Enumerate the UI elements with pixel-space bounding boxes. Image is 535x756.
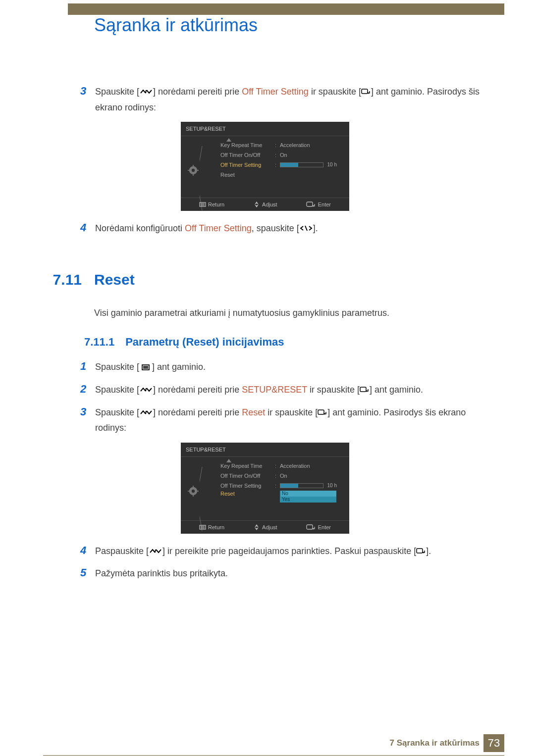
enter-icon xyxy=(306,524,316,531)
svg-marker-14 xyxy=(255,204,259,207)
step-3: 3 Spauskite [] norėdami pereiti prie Res… xyxy=(45,405,485,436)
subsection-title: Parametrų (Reset) inicijavimas xyxy=(114,336,284,349)
arrow-up-icon xyxy=(226,459,231,462)
osd-title: SETUP&RESET xyxy=(181,443,349,456)
step-4-top: 4 Norėdami konfigūruoti Off Timer Settin… xyxy=(45,221,485,237)
t: ir spauskite [ xyxy=(309,87,361,97)
enter-icon xyxy=(416,544,426,559)
svg-rect-6 xyxy=(193,174,194,176)
svg-point-29 xyxy=(192,490,195,493)
svg-line-0 xyxy=(146,90,146,93)
page-number: 73 xyxy=(483,734,504,752)
step-num: 1 xyxy=(45,359,84,375)
svg-rect-8 xyxy=(197,170,199,171)
svg-line-17 xyxy=(305,226,307,231)
footer-adjust: Adjust xyxy=(253,201,277,208)
svg-rect-23 xyxy=(360,387,366,392)
arc-graphic xyxy=(200,467,214,531)
menu-icon xyxy=(199,524,206,531)
t: Spauskite [ xyxy=(95,362,142,372)
osd-row-reset: Reset No Yes xyxy=(220,491,344,503)
slider-fill xyxy=(280,484,298,488)
subsection-num: 7.11.1 xyxy=(84,336,114,349)
colon: : xyxy=(275,463,280,469)
gear-icon xyxy=(186,461,201,503)
colon: : xyxy=(275,152,280,158)
highlight: SETUP&RESET xyxy=(242,385,307,395)
t: Enter xyxy=(318,524,331,530)
step-num: 4 xyxy=(45,544,84,559)
osd-list: Key Repeat Time : Acceleration Off Timer… xyxy=(201,461,344,503)
step-2: 2 Spauskite [] norėdami pereiti prie SET… xyxy=(45,382,485,398)
svg-rect-32 xyxy=(188,491,190,492)
t: ] norėdami pereiti prie xyxy=(153,385,242,395)
step-num: 4 xyxy=(45,221,84,237)
svg-rect-40 xyxy=(307,525,313,529)
updown-icon xyxy=(149,544,162,559)
osd-list: Key Repeat Time : Acceleration Off Timer… xyxy=(201,140,344,180)
highlight: Off Timer Setting xyxy=(185,223,252,233)
colon: : xyxy=(275,162,280,168)
colon: : xyxy=(275,483,280,489)
t: ] ant gaminio. xyxy=(370,385,423,395)
osd-val: On xyxy=(280,152,287,158)
t: ] ir pereikite prie pageidaujamos parink… xyxy=(162,546,416,556)
footer-adjust: Adjust xyxy=(253,524,277,531)
osd-label: Off Timer On/Off xyxy=(220,473,275,479)
osd-label: Reset xyxy=(220,172,275,178)
osd-row-onoff: Off Timer On/Off : On xyxy=(220,471,344,481)
menu-icon xyxy=(199,201,206,208)
osd-label: Off Timer On/Off xyxy=(220,152,275,158)
svg-marker-13 xyxy=(255,202,259,204)
adjust-icon xyxy=(253,524,260,531)
svg-rect-5 xyxy=(193,165,194,167)
header-bar xyxy=(43,3,504,15)
svg-rect-30 xyxy=(193,486,194,488)
osd-label: Key Repeat Time xyxy=(220,142,275,148)
slider-value: 10 h xyxy=(327,162,337,167)
t: Norėdami konfigūruoti xyxy=(95,223,185,233)
opt-no: No xyxy=(281,491,336,497)
t: Spauskite [ xyxy=(95,385,139,395)
svg-line-42 xyxy=(155,550,156,553)
section-title: Reset xyxy=(82,271,135,288)
subsection-heading: 7.11.1 Parametrų (Reset) inicijavimas xyxy=(84,336,485,349)
step-5: 5 Pažymėta parinktis bus pritaikyta. xyxy=(45,566,485,581)
t: ir spauskite [ xyxy=(307,385,360,395)
gear-icon xyxy=(186,140,201,180)
t: , spauskite [ xyxy=(252,223,299,233)
enter-icon xyxy=(318,405,327,421)
step-text: Spauskite [] norėdami pereiti prie SETUP… xyxy=(84,382,485,398)
page-footer: 7 Sąranka ir atkūrimas 73 xyxy=(390,734,504,752)
header-notch xyxy=(43,3,68,18)
enter-icon xyxy=(361,85,371,100)
colon: : xyxy=(275,473,280,479)
osd-row-reset: Reset xyxy=(220,170,344,180)
osd-2: SETUP&RESET Key Repeat Time : Accelerati… xyxy=(45,443,485,534)
updown-icon xyxy=(139,405,153,421)
updown-icon xyxy=(139,383,153,398)
osd-1: SETUP&RESET Key Repeat Time : Accelerati… xyxy=(45,122,485,211)
updown-icon xyxy=(139,85,153,100)
osd-val: On xyxy=(280,473,287,479)
t: Paspauskite [ xyxy=(95,546,149,556)
svg-rect-15 xyxy=(307,202,313,206)
colon: : xyxy=(275,142,280,148)
footer-enter: Enter xyxy=(306,524,331,531)
footer-text: 7 Sąranka ir atkūrimas xyxy=(390,738,480,748)
t: Spauskite [ xyxy=(95,407,139,417)
step-num: 3 xyxy=(45,84,84,115)
svg-marker-38 xyxy=(255,524,259,527)
osd-row-onoff: Off Timer On/Off : On xyxy=(220,150,344,160)
footer-enter: Enter xyxy=(306,201,331,208)
svg-rect-43 xyxy=(417,549,423,553)
highlight: Off Timer Setting xyxy=(242,87,309,97)
svg-rect-7 xyxy=(188,170,190,171)
section-desc: Visi gaminio parametrai atkuriami į numa… xyxy=(84,306,485,320)
osd-val: Acceleration xyxy=(280,463,310,469)
osd-label: Key Repeat Time xyxy=(220,463,275,469)
step-text: Norėdami konfigūruoti Off Timer Setting,… xyxy=(84,221,485,237)
slider-fill xyxy=(280,163,298,167)
t: ]. xyxy=(313,223,318,233)
step-text: Spauskite [] norėdami pereiti prie Reset… xyxy=(84,405,485,436)
